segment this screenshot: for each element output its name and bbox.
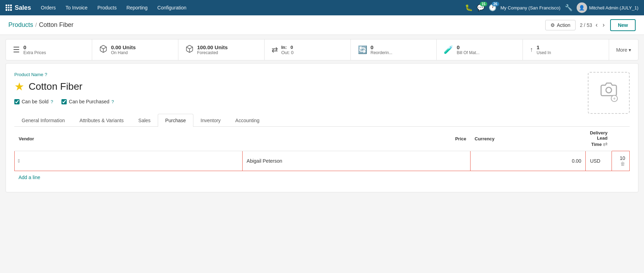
vendor-table: Vendor Price Currency Delivery Lead Time… <box>14 127 630 171</box>
chevron-down-icon: ▾ <box>629 47 631 53</box>
main-menu: Orders To Invoice Products Reporting Con… <box>37 3 465 13</box>
stats-bar: ☰ 0 Extra Prices 0.00 Units On Hand <box>6 39 638 60</box>
product-header: Product Name ? ★ Cotton Fiber Can be Sol… <box>14 72 630 114</box>
settings-icon[interactable]: 🔧 <box>565 4 572 12</box>
tab-accounting[interactable]: Accounting <box>228 114 267 127</box>
extra-prices-count: 0 <box>23 44 46 50</box>
in-count: In: 0 <box>281 45 294 50</box>
product-image-upload[interactable]: + <box>588 72 630 114</box>
forecasted-label: Forecasted <box>197 50 228 55</box>
can-be-purchased-checkbox[interactable]: Can be Purchased ? <box>61 99 114 104</box>
vendor-lead-time-cell[interactable]: 10 🗑 <box>612 151 629 171</box>
reordering-label: Reorderin... <box>371 50 393 55</box>
vendor-table-header: Vendor Price Currency Delivery Lead Time… <box>15 127 630 151</box>
new-button[interactable]: New <box>610 19 636 31</box>
menu-configuration[interactable]: Configuration <box>153 3 191 13</box>
avatar: 👤 <box>577 2 587 13</box>
column-settings-icon[interactable]: ⇄ <box>603 141 607 147</box>
prev-button[interactable]: ‹ <box>594 21 599 29</box>
app-logo[interactable]: Sales <box>6 4 31 12</box>
arrow-up-icon: ↑ <box>530 46 533 53</box>
on-hand-count: 0.00 Units <box>111 44 136 50</box>
stat-on-hand[interactable]: 0.00 Units On Hand <box>92 39 178 60</box>
activity-icon[interactable]: 🕐 26 <box>489 4 496 12</box>
chat-icon[interactable]: 💬 15 <box>477 4 484 12</box>
stat-in-out[interactable]: ⇄ In: 0 Out: 0 <box>265 39 351 60</box>
row-handle-icon: ⇕ <box>17 158 21 164</box>
cubes-icon <box>99 45 108 55</box>
activity-badge: 26 <box>492 2 499 6</box>
can-be-purchased-help-icon[interactable]: ? <box>111 99 114 104</box>
vendor-price-cell[interactable]: 0.00 <box>471 151 586 171</box>
company-selector[interactable]: My Company (San Francisco) <box>501 5 561 10</box>
main-content: ☰ 0 Extra Prices 0.00 Units On Hand <box>0 39 644 192</box>
arrows-icon: ⇄ <box>272 45 278 54</box>
flask-icon: 🧪 <box>444 45 453 54</box>
tab-purchase[interactable]: Purchase <box>158 114 193 127</box>
can-be-purchased-label: Can be Purchased <box>69 99 109 104</box>
menu-reporting[interactable]: Reporting <box>122 3 152 13</box>
product-name[interactable]: Cotton Fiber <box>29 81 82 92</box>
vendor-currency: USD <box>590 158 600 164</box>
topnav-right: 🐛 💬 15 🕐 26 My Company (San Francisco) 🔧… <box>465 2 638 13</box>
top-navigation: Sales Orders To Invoice Products Reporti… <box>0 0 644 15</box>
svg-point-2 <box>606 87 612 93</box>
extra-prices-label: Extra Prices <box>23 50 46 55</box>
col-price: Price <box>242 127 471 151</box>
product-name-help-icon[interactable]: ? <box>45 72 47 77</box>
can-be-sold-checkbox[interactable]: Can be Sold ? <box>14 99 53 104</box>
cubes2-icon <box>185 45 194 55</box>
next-button[interactable]: › <box>601 21 606 29</box>
menu-to-invoice[interactable]: To Invoice <box>61 3 92 13</box>
product-name-label: Product Name ? <box>14 72 588 77</box>
user-menu[interactable]: 👤 Mitchell Admin (JULY_1) <box>577 2 638 13</box>
forecasted-count: 100.00 Units <box>197 44 228 50</box>
tab-general-information[interactable]: General Information <box>14 114 72 127</box>
stat-used-in[interactable]: ↑ 1 Used In <box>523 39 609 60</box>
vendor-currency-cell[interactable]: USD <box>586 151 612 171</box>
tab-attributes-variants[interactable]: Attributes & Variants <box>72 114 131 127</box>
can-be-sold-input[interactable] <box>14 99 20 104</box>
tab-sales[interactable]: Sales <box>131 114 158 127</box>
pagination: 2 / 53 ‹ › <box>580 21 606 29</box>
add-line-button[interactable]: Add a line <box>14 171 44 184</box>
stat-reordering[interactable]: 🔄 0 Reorderin... <box>351 39 437 60</box>
tab-inventory[interactable]: Inventory <box>193 114 228 127</box>
vendor-name-cell[interactable]: Abigail Peterson <box>242 151 471 171</box>
stat-extra-prices[interactable]: ☰ 0 Extra Prices <box>6 39 92 60</box>
grid-icon <box>6 5 12 11</box>
pagination-text: 2 / 53 <box>580 22 592 28</box>
reordering-count: 0 <box>371 44 393 50</box>
app-name[interactable]: Sales <box>15 4 31 12</box>
checkboxes-row: Can be Sold ? Can be Purchased ? <box>14 99 588 104</box>
col-delivery-lead-time: Delivery Lead Time ⇄ <box>586 127 612 151</box>
refresh-icon: 🔄 <box>358 45 367 54</box>
delete-vendor-icon[interactable]: 🗑 <box>620 161 625 167</box>
breadcrumb-parent[interactable]: Products <box>8 21 33 29</box>
breadcrumb-current: Cotton Fiber <box>39 21 74 29</box>
more-button[interactable]: More ▾ <box>609 39 638 60</box>
action-button[interactable]: ⚙ Action <box>545 20 576 30</box>
vendor-handle-cell: ⇕ <box>15 151 243 171</box>
tabs-row: General Information Attributes & Variant… <box>14 114 630 127</box>
vendor-row[interactable]: ⇕ Abigail Peterson 0.00 USD 10 🗑 <box>15 151 630 171</box>
vendor-lead-time: 10 <box>620 155 625 161</box>
bug-icon[interactable]: 🐛 <box>465 4 473 12</box>
chat-badge: 15 <box>480 2 487 6</box>
menu-orders[interactable]: Orders <box>37 3 60 13</box>
used-in-label: Used In <box>536 50 551 55</box>
product-left: Product Name ? ★ Cotton Fiber Can be Sol… <box>14 72 588 111</box>
out-count: Out: 0 <box>281 50 294 55</box>
menu-products[interactable]: Products <box>93 3 121 13</box>
action-label: Action <box>557 22 570 28</box>
vendor-price: 0.00 <box>572 158 581 164</box>
can-be-purchased-input[interactable] <box>61 99 67 104</box>
product-form: Product Name ? ★ Cotton Fiber Can be Sol… <box>6 63 638 192</box>
col-vendor: Vendor <box>15 127 243 151</box>
can-be-sold-help-icon[interactable]: ? <box>51 99 53 104</box>
breadcrumb-separator: / <box>35 22 37 28</box>
can-be-sold-label: Can be Sold <box>22 99 49 104</box>
stat-bom[interactable]: 🧪 0 Bill Of Mat... <box>437 39 523 60</box>
favorite-star-icon[interactable]: ★ <box>14 80 24 93</box>
stat-forecasted[interactable]: 100.00 Units Forecasted <box>178 39 265 60</box>
